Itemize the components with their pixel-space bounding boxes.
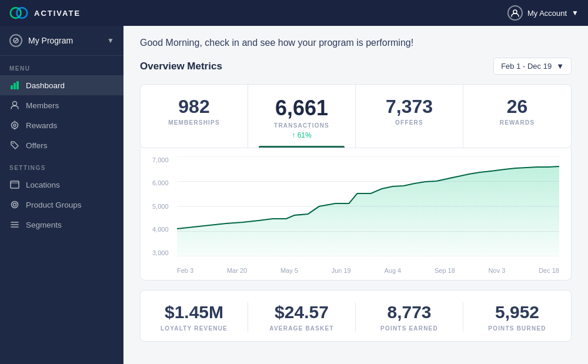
transactions-underline bbox=[259, 146, 345, 148]
my-program-left: My Program bbox=[9, 34, 73, 47]
metric-card-transactions: 6,661 TRANSACTIONS ↑ 61% bbox=[248, 85, 356, 148]
svg-rect-4 bbox=[11, 85, 13, 89]
metric-card-memberships: 982 MEMBERSHIPS bbox=[141, 85, 248, 148]
sidebar-item-product-groups[interactable]: Product Groups bbox=[0, 195, 123, 215]
sidebar-item-locations[interactable]: Locations bbox=[0, 175, 123, 195]
points-burned-label: POINTS BURNED bbox=[463, 325, 571, 332]
svg-rect-5 bbox=[14, 83, 16, 89]
svg-point-2 bbox=[513, 10, 517, 14]
y-label-6000: 6,000 bbox=[152, 179, 175, 186]
transactions-label: TRANSACTIONS bbox=[254, 122, 349, 129]
chart-container: 7,000 6,000 5,000 4,000 3,000 bbox=[140, 148, 572, 280]
my-program-label: My Program bbox=[28, 36, 73, 45]
points-earned-label: POINTS EARNED bbox=[356, 325, 463, 332]
sidebar-item-rewards-label: Rewards bbox=[26, 121, 57, 130]
y-label-7000: 7,000 bbox=[152, 156, 175, 163]
program-icon bbox=[9, 34, 22, 47]
bottom-stats: $1.45M LOYALTY REVENUE $24.57 AVERAGE BA… bbox=[140, 290, 572, 342]
x-label-may5: May 5 bbox=[280, 267, 298, 274]
rewards-icon bbox=[9, 121, 20, 130]
y-label-5000: 5,000 bbox=[152, 203, 175, 210]
metrics-grid: 982 MEMBERSHIPS 6,661 TRANSACTIONS ↑ 61%… bbox=[140, 84, 572, 148]
y-label-4000: 4,000 bbox=[152, 226, 175, 233]
svg-rect-13 bbox=[11, 181, 19, 188]
greeting-text: Good Morning, check in and see how your … bbox=[140, 38, 572, 48]
account-avatar-icon bbox=[507, 5, 523, 21]
stat-card-loyalty-revenue: $1.45M LOYALTY REVENUE bbox=[141, 302, 248, 332]
date-range-label: Feb 1 - Dec 19 bbox=[501, 62, 552, 71]
memberships-label: MEMBERSHIPS bbox=[146, 119, 242, 126]
sidebar-item-dashboard-label: Dashboard bbox=[26, 81, 65, 90]
settings-section-label: SETTINGS bbox=[0, 155, 123, 175]
x-label-dec18: Dec 18 bbox=[539, 267, 559, 274]
product-groups-icon bbox=[9, 200, 20, 209]
y-label-3000: 3,000 bbox=[152, 249, 175, 256]
account-label: My Account bbox=[527, 9, 567, 18]
account-chevron-icon: ▼ bbox=[572, 9, 579, 17]
chart-x-labels: Feb 3 Mar 20 May 5 Jun 19 Aug 4 Sep 18 N… bbox=[177, 259, 559, 274]
x-label-mar20: Mar 20 bbox=[227, 267, 247, 274]
points-burned-value: 5,952 bbox=[463, 302, 571, 322]
svg-point-16 bbox=[14, 203, 16, 206]
svg-point-1 bbox=[16, 8, 27, 18]
loyalty-revenue-label: LOYALTY REVENUE bbox=[141, 325, 248, 332]
sidebar-item-locations-label: Locations bbox=[26, 181, 60, 189]
sidebar-item-rewards[interactable]: Rewards bbox=[0, 115, 123, 135]
memberships-value: 982 bbox=[146, 96, 242, 117]
x-label-jun19: Jun 19 bbox=[332, 267, 351, 274]
main-content: Good Morning, check in and see how your … bbox=[123, 26, 588, 364]
svg-point-8 bbox=[12, 122, 18, 129]
svg-point-7 bbox=[13, 102, 17, 106]
main-layout: My Program ▼ MENU Dashboard Members Rewa… bbox=[0, 26, 588, 364]
section-header: Overview Metrics Feb 1 - Dec 19 ▼ bbox=[140, 58, 572, 75]
top-nav-left: ACTIVATE bbox=[9, 6, 81, 19]
stat-card-points-earned: 8,773 POINTS EARNED bbox=[356, 302, 463, 332]
x-label-nov3: Nov 3 bbox=[489, 267, 506, 274]
x-label-aug4: Aug 4 bbox=[384, 267, 401, 274]
average-basket-value: $24.57 bbox=[248, 302, 355, 322]
top-nav: ACTIVATE My Account ▼ bbox=[0, 0, 588, 26]
offers-value: 7,373 bbox=[362, 96, 457, 117]
transactions-badge: ↑ 61% bbox=[254, 131, 349, 139]
svg-point-15 bbox=[12, 202, 18, 208]
chart-wrap: 7,000 6,000 5,000 4,000 3,000 bbox=[152, 156, 559, 274]
average-basket-label: AVERAGE BASKET bbox=[248, 325, 355, 332]
sidebar-item-product-groups-label: Product Groups bbox=[26, 201, 82, 209]
segments-icon bbox=[9, 220, 20, 229]
date-range-chevron-icon: ▼ bbox=[556, 62, 564, 71]
locations-icon bbox=[9, 180, 20, 189]
date-range-button[interactable]: Feb 1 - Dec 19 ▼ bbox=[493, 58, 572, 75]
loyalty-revenue-value: $1.45M bbox=[141, 302, 248, 322]
offers-label: OFFERS bbox=[362, 119, 457, 126]
sidebar-item-segments-label: Segments bbox=[26, 221, 62, 229]
members-icon bbox=[9, 101, 20, 110]
oc-logo bbox=[9, 6, 28, 19]
stat-card-points-burned: 5,952 POINTS BURNED bbox=[463, 302, 571, 332]
sidebar-item-dashboard[interactable]: Dashboard bbox=[0, 75, 123, 95]
svg-point-12 bbox=[12, 143, 14, 144]
sidebar: My Program ▼ MENU Dashboard Members Rewa… bbox=[0, 26, 123, 364]
sidebar-item-offers[interactable]: Offers bbox=[0, 135, 123, 155]
my-program-header[interactable]: My Program ▼ bbox=[0, 26, 123, 56]
sidebar-item-segments[interactable]: Segments bbox=[0, 215, 123, 235]
rewards-value: 26 bbox=[469, 96, 565, 117]
menu-section-label: MENU bbox=[0, 56, 123, 75]
sidebar-item-members[interactable]: Members bbox=[0, 95, 123, 115]
section-title: Overview Metrics bbox=[140, 61, 222, 72]
metric-card-offers: 7,373 OFFERS bbox=[356, 85, 463, 148]
chart-y-labels: 7,000 6,000 5,000 4,000 3,000 bbox=[152, 156, 175, 256]
offers-icon bbox=[9, 141, 20, 150]
svg-rect-6 bbox=[16, 81, 19, 89]
x-label-sep18: Sep 18 bbox=[435, 267, 455, 274]
stat-card-average-basket: $24.57 AVERAGE BASKET bbox=[248, 302, 356, 332]
svg-point-9 bbox=[14, 124, 16, 126]
sidebar-item-members-label: Members bbox=[26, 101, 59, 110]
my-program-chevron-icon: ▼ bbox=[107, 36, 114, 45]
metric-card-rewards: 26 REWARDS bbox=[463, 85, 571, 148]
rewards-label: REWARDS bbox=[469, 119, 565, 126]
x-label-feb3: Feb 3 bbox=[177, 267, 193, 274]
sidebar-item-offers-label: Offers bbox=[26, 141, 48, 150]
points-earned-value: 8,773 bbox=[356, 302, 463, 322]
dashboard-icon bbox=[9, 81, 20, 90]
account-menu[interactable]: My Account ▼ bbox=[507, 5, 579, 21]
